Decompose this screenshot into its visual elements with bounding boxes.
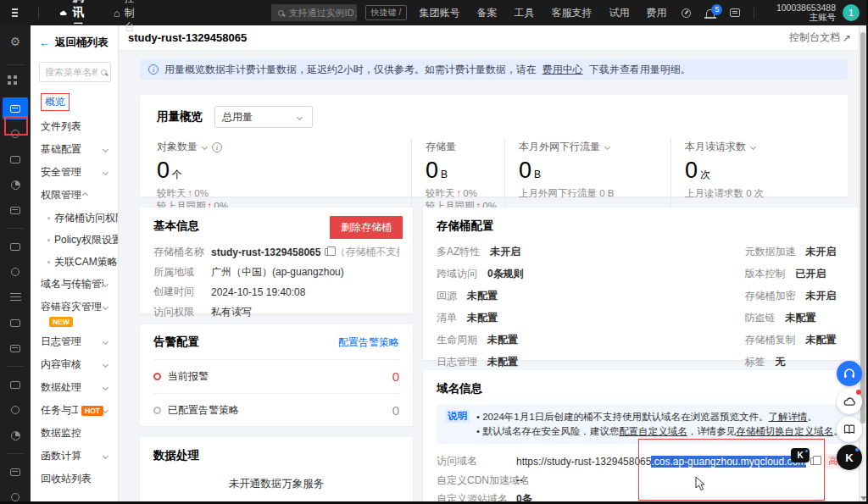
menu-item-support[interactable]: 客服支持 <box>551 6 592 20</box>
task-check-icon[interactable] <box>3 312 28 334</box>
docs-handbook-button[interactable] <box>837 417 862 442</box>
k-tool-button[interactable]: K <box>837 445 862 470</box>
network-icon[interactable] <box>3 261 28 283</box>
divider <box>38 7 39 19</box>
sidebar-subitem-cam[interactable]: 关联CAM策略 <box>31 251 118 273</box>
shortcut-hint[interactable]: 快捷键 / <box>365 5 408 20</box>
notification-bell-icon[interactable]: 5 <box>706 9 715 17</box>
data-processing-card: 数据处理 未开通数据万象服务 注：COS 基于数据万象 CI 为您提供数据处理服… <box>140 437 413 504</box>
sidebar-item-recycle-bin[interactable]: 回收站列表 <box>31 468 118 490</box>
row-create-time: 创建时间 2024-10-15 19:40:08 <box>153 285 399 299</box>
stat-downstream-traffic: 本月外网下行流量 0B 上月外网下行流量 0 B <box>504 138 670 213</box>
menu-item-icp[interactable]: 备案 <box>476 6 497 20</box>
switch-domain-link[interactable]: 存储桶切换自定义域名 <box>736 426 833 436</box>
notice-line-2: • 默认域名存在安全风险，建议您配置自定义域名，详情参见存储桶切换自定义域名。 <box>476 424 843 439</box>
configured-policy-count: 0 <box>392 403 399 418</box>
workflow-icon[interactable] <box>3 286 28 308</box>
sidebar-item-permissions[interactable]: 权限管理 <box>31 184 118 207</box>
stat-storage: 存储量 0B 较昨天↑0% 较上月同期↑0% <box>411 138 504 213</box>
mouse-cursor <box>695 476 705 491</box>
basic-info-title: 基本信息 <box>153 219 199 232</box>
tencent-cloud-logo[interactable]: 腾讯云 <box>59 0 92 36</box>
book-icon <box>843 424 855 435</box>
usage-scope-select[interactable]: 总用量 <box>214 106 313 128</box>
usage-pie-icon[interactable] <box>3 174 28 196</box>
customer-service-button[interactable] <box>837 361 862 386</box>
data-processing-title: 数据处理 <box>153 449 199 462</box>
scrollbar-down-arrow[interactable] <box>860 496 867 501</box>
copy-icon[interactable] <box>325 248 331 256</box>
sidebar-search[interactable] <box>39 62 111 82</box>
chevron-down-icon[interactable] <box>750 144 756 150</box>
chevron-down-icon[interactable] <box>202 144 208 150</box>
row-access-domain: 访问域名 https://study-rust-1329458065 .cos.… <box>437 454 868 468</box>
row-inventory: 清单未配置 <box>437 311 737 325</box>
console-doc-link[interactable]: 控制台文档 ↗ <box>789 30 851 45</box>
trend-up-icon: ↑ <box>188 188 193 198</box>
avatar[interactable]: 1 <box>843 4 860 21</box>
cos-bucket-icon[interactable] <box>3 97 28 119</box>
sidebar-item-basic-config[interactable]: 基础配置 <box>31 138 118 161</box>
search-resource-icon[interactable] <box>3 399 28 421</box>
configure-alarm-link[interactable]: 配置告警策略 <box>338 335 399 350</box>
archive-icon[interactable] <box>3 374 28 396</box>
ticket-icon[interactable] <box>730 8 740 17</box>
billing-center-link[interactable]: 费用中心 <box>542 63 583 77</box>
link-icon[interactable] <box>3 123 28 145</box>
database-icon[interactable] <box>3 337 28 359</box>
current-alarm-count: 0 <box>392 369 399 384</box>
row-cdn-domain: 自定义CDN加速域名-- <box>437 474 868 488</box>
sidebar-item-security[interactable]: 安全管理 <box>31 161 118 184</box>
media-icon[interactable] <box>3 148 28 170</box>
copy-url-icon[interactable] <box>810 457 817 465</box>
chevron-down-icon[interactable] <box>604 144 610 150</box>
chevron-down-icon <box>103 362 108 368</box>
monitor-icon[interactable] <box>3 424 28 446</box>
divider <box>6 64 25 65</box>
row-multi-az: 多AZ特性未开启 <box>437 245 737 259</box>
sidebar-item-disaster-recovery[interactable]: 容错容灾管理 <box>31 296 118 315</box>
chevron-down-icon <box>103 304 108 310</box>
console-label: 控制台 <box>125 0 136 35</box>
custom-domain-link[interactable]: 配置自定义域名 <box>619 426 687 436</box>
doc-search-icon[interactable] <box>3 235 28 258</box>
bucket-config-card: 存储桶配置 多AZ特性未开启 跨域访问0条规则 回源未配置 清单未配置 生命周期… <box>423 208 868 360</box>
stats-icon[interactable] <box>3 486 28 504</box>
info-icon[interactable]: i <box>212 142 222 152</box>
sidebar-item-file-list[interactable]: 文件列表 <box>31 115 118 138</box>
console-settings-icon[interactable]: ⚙ <box>3 30 28 53</box>
console-nav[interactable]: ⌂ 控制台 <box>114 0 136 35</box>
menu-item-tools[interactable]: 工具 <box>514 6 534 20</box>
menu-item-billing[interactable]: 费用 <box>646 6 666 20</box>
sidebar-item-data-monitor[interactable]: 数据监控 <box>31 422 118 445</box>
sidebar-item-domain-transfer[interactable]: 域名与传输管理 <box>31 273 118 296</box>
image-icon[interactable] <box>3 199 28 221</box>
menu-item-trial[interactable]: 试用 <box>609 6 629 20</box>
dashboard-icon[interactable] <box>682 8 691 18</box>
bullet-icon <box>47 217 50 219</box>
all-products-icon[interactable] <box>3 72 28 94</box>
global-search-input[interactable]: 支持通过实例ID、IP、名称等搜索资源 <box>271 4 357 21</box>
divider <box>6 453 25 454</box>
sidebar-search-input[interactable] <box>45 67 97 77</box>
usage-info-banner: i 用量概览数据非计费计量数据，延迟约2小时，仅供参考。如需计费计量数据，请在 … <box>140 59 848 80</box>
sidebar-subitem-bucket-acl[interactable]: 存储桶访问权限 <box>31 207 118 229</box>
sidebar-item-tasks-workflow[interactable]: 任务与工作流HOT <box>31 399 118 422</box>
account-info[interactable]: 100038653488 主账号 <box>776 3 836 22</box>
selected-url-text[interactable]: .cos.ap-guangzhou.myqcloud.com <box>651 456 806 468</box>
delete-bucket-button[interactable]: 删除存储桶 <box>330 216 403 239</box>
chevron-down-icon <box>103 169 108 175</box>
cloud-assistant-button[interactable] <box>837 389 862 414</box>
chevron-down-icon <box>103 453 108 459</box>
sidebar-item-scf[interactable]: 函数计算 <box>31 445 118 468</box>
learn-more-link[interactable]: 了解详情 <box>769 412 808 422</box>
sidebar-item-log-management[interactable]: 日志管理 <box>31 330 118 353</box>
hamburger-menu-icon[interactable] <box>12 8 18 17</box>
sidebar-item-data-processing[interactable]: 数据处理 <box>31 376 118 399</box>
sidebar-item-overview[interactable]: 概览 <box>31 89 118 115</box>
sidebar-item-content-audit[interactable]: 内容审核 <box>31 353 118 376</box>
menu-item-group-account[interactable]: 集团账号 <box>419 6 459 20</box>
storage-icon[interactable] <box>3 461 28 483</box>
sidebar-subitem-policy[interactable]: Policy权限设置 <box>31 229 118 251</box>
search-icon <box>278 10 284 16</box>
